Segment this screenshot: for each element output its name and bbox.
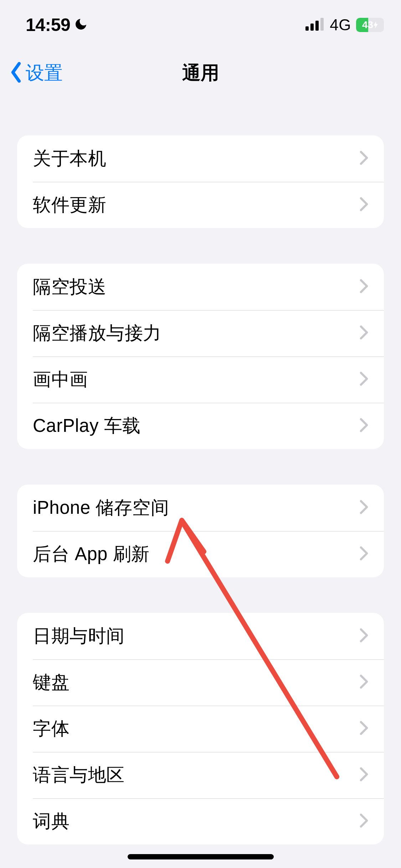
chevron-right-icon [360,325,368,341]
row-label: 日期与时间 [33,624,360,649]
chevron-left-icon [9,62,23,84]
moon-icon [74,17,88,33]
group-storage: iPhone 储存空间 后台 App 刷新 [17,485,384,577]
chevron-right-icon [360,813,368,829]
row-background-app-refresh[interactable]: 后台 App 刷新 [17,531,384,577]
row-airplay-handoff[interactable]: 隔空播放与接力 [17,310,384,356]
settings-content: 关于本机 软件更新 隔空投送 隔空播放与接力 画中画 [0,135,401,844]
chevron-right-icon [360,418,368,434]
chevron-right-icon [360,546,368,562]
back-label: 设置 [26,61,63,86]
row-about[interactable]: 关于本机 [17,135,384,182]
chevron-right-icon [360,767,368,783]
chevron-right-icon [360,197,368,213]
home-indicator [128,854,274,859]
row-label: iPhone 储存空间 [33,496,360,520]
cellular-signal-icon [305,18,325,32]
group-datetime: 日期与时间 键盘 字体 语言与地区 词典 [17,613,384,844]
svg-rect-3 [320,18,324,31]
row-label: 键盘 [33,670,360,695]
row-label: 后台 App 刷新 [33,542,360,567]
row-label: 隔空播放与接力 [33,321,360,346]
row-date-time[interactable]: 日期与时间 [17,613,384,659]
row-iphone-storage[interactable]: iPhone 储存空间 [17,485,384,531]
status-left: 14:59 [26,15,88,35]
chevron-right-icon [360,500,368,516]
status-bar: 14:59 4G 43 [0,0,401,50]
status-right: 4G 43 [305,16,384,34]
row-keyboard[interactable]: 键盘 [17,659,384,706]
row-label: 词典 [33,809,360,834]
navigation-bar: 设置 通用 [0,50,401,96]
svg-rect-0 [305,26,309,31]
row-label: 画中画 [33,367,360,392]
row-fonts[interactable]: 字体 [17,706,384,752]
row-label: 软件更新 [33,193,360,217]
svg-rect-2 [315,21,319,31]
row-label: CarPlay 车载 [33,414,360,438]
row-software-update[interactable]: 软件更新 [17,182,384,228]
row-carplay[interactable]: CarPlay 车载 [17,403,384,449]
row-label: 隔空投送 [33,275,360,299]
group-about: 关于本机 软件更新 [17,135,384,228]
status-time: 14:59 [26,15,70,35]
row-label: 语言与地区 [33,763,360,787]
row-label: 字体 [33,717,360,741]
row-picture-in-picture[interactable]: 画中画 [17,356,384,403]
chevron-right-icon [360,372,368,387]
row-dictionary[interactable]: 词典 [17,798,384,844]
chevron-right-icon [360,721,368,737]
chevron-right-icon [360,151,368,166]
svg-rect-1 [310,24,314,31]
network-type: 4G [330,16,351,34]
battery-percent: 43 [362,19,373,31]
chevron-right-icon [360,628,368,644]
back-button[interactable]: 设置 [0,61,63,86]
row-language-region[interactable]: 语言与地区 [17,752,384,798]
chevron-right-icon [360,675,368,690]
chevron-right-icon [360,279,368,295]
group-airdrop: 隔空投送 隔空播放与接力 画中画 CarPlay 车载 [17,264,384,449]
row-airdrop[interactable]: 隔空投送 [17,264,384,310]
battery-icon: 43 [356,18,384,32]
row-label: 关于本机 [33,146,360,171]
